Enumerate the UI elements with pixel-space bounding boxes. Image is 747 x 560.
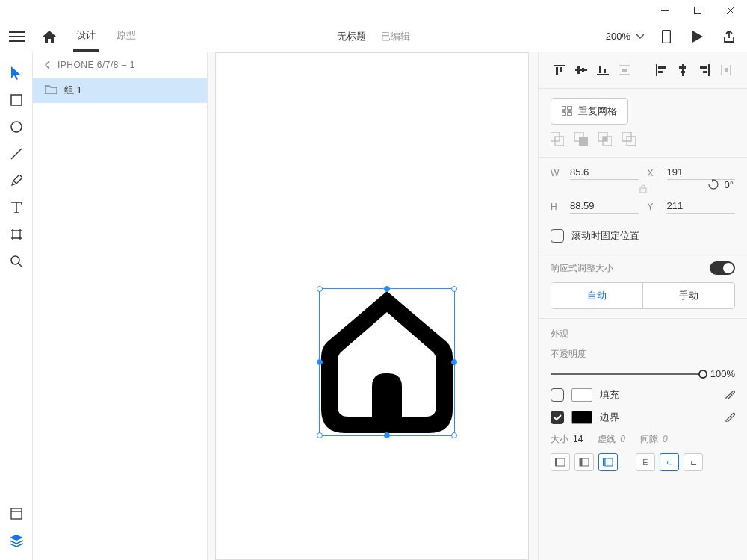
svg-rect-34 [562,106,565,110]
close-button[interactable] [714,0,747,21]
stroke-swatch[interactable] [571,411,592,424]
align-left-button[interactable] [652,61,669,79]
lock-aspect-icon[interactable] [639,184,647,196]
chevron-left-icon [45,61,50,69]
boolean-subtract-button[interactable] [574,132,588,148]
svg-rect-37 [568,112,571,116]
align-vcenter-button[interactable] [572,61,589,79]
align-right-button[interactable] [696,61,713,79]
repeat-grid-label: 重复网格 [578,105,617,118]
select-tool[interactable] [4,61,28,85]
window-titlebar [0,0,747,21]
align-top-button[interactable] [551,61,568,79]
tab-design[interactable]: 设计 [73,21,99,52]
device-preview-button[interactable] [657,28,675,46]
svg-rect-21 [622,69,627,72]
canvas[interactable] [208,52,538,560]
align-hcenter-button[interactable] [674,61,691,79]
boolean-exclude-button[interactable] [622,132,636,148]
opacity-value[interactable]: 100% [710,368,735,379]
rotation-input[interactable]: 0° [725,179,734,192]
zoom-value: 200% [606,31,630,42]
x-input[interactable]: 191 [667,167,736,180]
y-input[interactable]: 211 [667,200,736,214]
stroke-align-center-button[interactable] [574,453,594,471]
responsive-manual-button[interactable]: 手动 [643,283,734,308]
stroke-align-inner-button[interactable] [551,453,570,471]
svg-rect-35 [568,106,571,110]
ellipse-tool[interactable] [4,115,28,139]
height-label: H [551,202,561,212]
svg-rect-26 [679,66,686,69]
width-input[interactable]: 85.6 [570,167,639,180]
svg-rect-44 [603,137,607,141]
svg-rect-45 [640,188,646,193]
artboard-tool[interactable] [4,223,28,246]
responsive-toggle[interactable] [710,261,735,275]
y-label: Y [648,202,658,212]
cap-square-button[interactable]: ⊏ [684,453,703,471]
layer-item[interactable]: 组 1 [33,78,207,103]
stroke-eyedropper-icon[interactable] [725,411,735,424]
svg-rect-12 [560,67,562,72]
stroke-label: 边界 [600,411,619,424]
repeat-grid-button[interactable]: 重复网格 [551,98,628,125]
svg-line-5 [11,149,22,159]
svg-point-6 [11,256,19,264]
fill-swatch[interactable] [571,388,592,402]
opacity-slider[interactable] [551,373,703,375]
chevron-down-icon [636,34,644,39]
cap-butt-button[interactable]: E [636,453,655,471]
tool-strip [0,52,33,560]
fix-on-scroll-label: 滚动时固定位置 [571,229,639,243]
stroke-enable-checkbox[interactable] [551,411,564,424]
fill-eyedropper-icon[interactable] [725,389,735,402]
stroke-size-input[interactable]: 14 [573,434,583,444]
house-shape[interactable] [320,290,454,435]
app-menubar: 设计 原型 无标题 — 已编辑 200% [0,21,747,52]
stroke-dash-input[interactable]: 0 [620,434,625,444]
svg-rect-24 [658,71,663,73]
svg-rect-0 [661,10,669,11]
rectangle-tool[interactable] [4,88,28,112]
zoom-tool[interactable] [4,249,28,273]
align-bottom-button[interactable] [594,61,611,79]
fill-enable-checkbox[interactable] [551,388,564,402]
layers-breadcrumb[interactable]: IPHONE 6/7/8 – 1 [33,52,207,78]
play-preview-button[interactable] [689,28,707,46]
boolean-add-button[interactable] [551,132,564,148]
share-button[interactable] [720,28,738,46]
svg-rect-3 [11,95,22,105]
doc-status: — 已编辑 [369,31,411,42]
distribute-h-button[interactable] [718,61,735,79]
height-input[interactable]: 88.59 [570,200,639,214]
rotate-icon[interactable] [708,179,719,192]
tab-prototype[interactable]: 原型 [114,21,139,52]
line-tool[interactable] [4,142,28,166]
boolean-intersect-button[interactable] [598,132,612,148]
svg-rect-33 [725,68,728,72]
artboard-name: IPHONE 6/7/8 – 1 [58,60,135,70]
layer-name: 组 1 [64,84,82,97]
svg-rect-17 [599,66,601,73]
fix-on-scroll-checkbox[interactable] [551,229,564,243]
stroke-gap-input[interactable]: 0 [663,434,668,444]
layers-panel-button[interactable] [4,529,28,553]
stroke-align-outer-button[interactable] [598,453,618,471]
responsive-auto-button[interactable]: 自动 [551,283,643,308]
home-button[interactable] [40,28,58,46]
hamburger-menu[interactable] [9,31,25,42]
svg-rect-18 [604,69,606,73]
svg-rect-27 [681,71,685,73]
distribute-v-button[interactable] [616,61,633,79]
layers-panel: IPHONE 6/7/8 – 1 组 1 [33,52,208,560]
opacity-label: 不透明度 [551,348,735,361]
text-tool[interactable] [4,196,28,220]
zoom-select[interactable]: 200% [606,31,644,42]
assets-panel-button[interactable] [4,502,28,526]
pen-tool[interactable] [4,169,28,193]
svg-rect-46 [556,458,565,466]
maximize-button[interactable] [681,0,714,21]
minimize-button[interactable] [648,0,681,21]
cap-round-button[interactable]: ⊂ [660,453,679,471]
